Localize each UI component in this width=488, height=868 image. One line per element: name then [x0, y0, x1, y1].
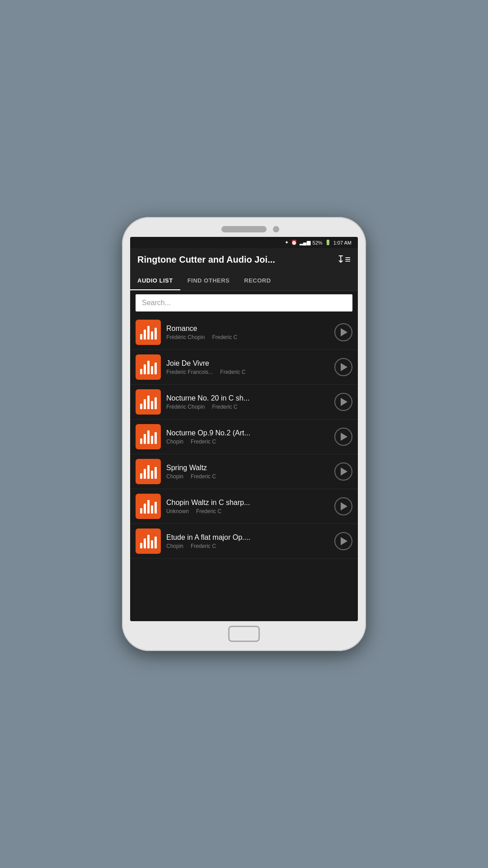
status-icons: ✦ ⏰ ▂▄▆ 52% 🔋 1:07 AM: [285, 240, 352, 245]
play-button[interactable]: [334, 428, 352, 446]
audio-artist: Frederic Francois...: [166, 369, 213, 375]
list-item[interactable]: Nocturne Op.9 No.2 (Art... Chopin Freder…: [130, 420, 358, 454]
audio-folder: Frederic C: [191, 473, 216, 480]
audio-thumbnail: [136, 354, 161, 380]
waveform-icon: [140, 464, 157, 479]
play-icon: [341, 363, 347, 371]
audio-folder: Frederic C: [220, 369, 245, 375]
phone-speaker: [221, 226, 267, 232]
audio-meta: Frédéric Chopin Frederic C: [166, 404, 331, 410]
waveform-icon: [140, 429, 157, 444]
play-icon: [341, 467, 347, 476]
audio-thumbnail: [136, 389, 161, 415]
waveform-icon: [140, 499, 157, 514]
audio-info: Etude in A flat major Op.... Chopin Fred…: [166, 533, 331, 549]
play-button[interactable]: [334, 393, 352, 411]
audio-info: Spring Waltz Chopin Frederic C: [166, 464, 331, 480]
tab-bar: AUDIO LIST FIND OTHERS RECORD: [130, 271, 358, 291]
audio-title: Etude in A flat major Op....: [166, 533, 331, 542]
time-display: 1:07 AM: [333, 240, 352, 245]
audio-meta: Chopin Frederic C: [166, 473, 331, 480]
bluetooth-icon: ✦: [285, 240, 289, 245]
audio-meta: Chopin Frederic C: [166, 439, 331, 445]
audio-artist: Frédéric Chopin: [166, 404, 205, 410]
audio-info: Nocturne Op.9 No.2 (Art... Chopin Freder…: [166, 429, 331, 445]
audio-artist: Chopin: [166, 439, 183, 445]
alarm-icon: ⏰: [291, 240, 297, 245]
status-bar: ✦ ⏰ ▂▄▆ 52% 🔋 1:07 AM: [130, 237, 358, 248]
audio-title: Chopin Waltz in C sharp...: [166, 499, 331, 507]
play-icon: [341, 398, 347, 406]
list-item[interactable]: Joie De Vivre Frederic Francois... Frede…: [130, 350, 358, 385]
home-button[interactable]: [228, 626, 260, 642]
audio-folder: Frederic C: [212, 334, 237, 340]
play-button[interactable]: [334, 532, 352, 550]
audio-folder: Frederic C: [191, 439, 216, 445]
phone-screen: ✦ ⏰ ▂▄▆ 52% 🔋 1:07 AM Ringtone Cutter an…: [130, 237, 358, 621]
tab-find-others[interactable]: FIND OTHERS: [180, 271, 237, 290]
play-button[interactable]: [334, 323, 352, 341]
play-button[interactable]: [334, 358, 352, 376]
battery-text: 52%: [313, 240, 323, 245]
audio-artist: Frédéric Chopin: [166, 334, 205, 340]
tab-audio-list[interactable]: AUDIO LIST: [130, 271, 180, 290]
audio-title: Joie De Vivre: [166, 359, 331, 368]
audio-thumbnail: [136, 424, 161, 449]
audio-meta: Frederic Francois... Frederic C: [166, 369, 331, 375]
audio-info: Nocturne No. 20 in C sh... Frédéric Chop…: [166, 394, 331, 410]
audio-artist: Chopin: [166, 543, 183, 549]
audio-folder: Frederic C: [212, 404, 237, 410]
audio-title: Spring Waltz: [166, 464, 331, 472]
app-title: Ringtone Cutter and Audio Joi...: [137, 255, 331, 265]
audio-info: Chopin Waltz in C sharp... Unknown Frede…: [166, 499, 331, 514]
play-icon: [341, 537, 347, 545]
audio-title: Nocturne Op.9 No.2 (Art...: [166, 429, 331, 437]
audio-thumbnail: [136, 320, 161, 345]
audio-meta: Chopin Frederic C: [166, 543, 331, 549]
waveform-icon: [140, 325, 157, 340]
list-item[interactable]: Nocturne No. 20 in C sh... Frédéric Chop…: [130, 385, 358, 420]
play-button[interactable]: [334, 462, 352, 481]
waveform-icon: [140, 360, 157, 374]
audio-meta: Unknown Frederic C: [166, 508, 331, 514]
play-icon: [341, 328, 347, 336]
audio-meta: Frédéric Chopin Frederic C: [166, 334, 331, 340]
list-item[interactable]: Chopin Waltz in C sharp... Unknown Frede…: [130, 489, 358, 524]
audio-title: Romance: [166, 325, 331, 333]
audio-folder: Frederic C: [196, 508, 221, 514]
waveform-icon: [140, 534, 157, 548]
audio-artist: Unknown: [166, 508, 189, 514]
audio-folder: Frederic C: [191, 543, 216, 549]
list-item[interactable]: Spring Waltz Chopin Frederic C: [130, 454, 358, 489]
sort-icon[interactable]: ↧≡: [337, 254, 351, 265]
audio-thumbnail: [136, 494, 161, 519]
search-input[interactable]: [136, 294, 352, 311]
phone-bottom: [228, 626, 260, 642]
waveform-icon: [140, 395, 157, 409]
app-header: Ringtone Cutter and Audio Joi... ↧≡: [130, 248, 358, 271]
phone-device: ✦ ⏰ ▂▄▆ 52% 🔋 1:07 AM Ringtone Cutter an…: [122, 217, 366, 651]
battery-icon: 🔋: [325, 240, 331, 245]
audio-thumbnail: [136, 528, 161, 554]
play-button[interactable]: [334, 497, 352, 515]
list-item[interactable]: Romance Frédéric Chopin Frederic C: [130, 315, 358, 350]
audio-list: Romance Frédéric Chopin Frederic C: [130, 315, 358, 621]
play-icon: [341, 502, 347, 510]
audio-title: Nocturne No. 20 in C sh...: [166, 394, 331, 402]
signal-icon: ▂▄▆: [300, 240, 310, 245]
tab-record[interactable]: RECORD: [237, 271, 278, 290]
list-item[interactable]: Etude in A flat major Op.... Chopin Fred…: [130, 524, 358, 559]
audio-thumbnail: [136, 459, 161, 484]
audio-info: Romance Frédéric Chopin Frederic C: [166, 325, 331, 340]
audio-info: Joie De Vivre Frederic Francois... Frede…: [166, 359, 331, 375]
search-bar-container: [130, 291, 358, 315]
play-icon: [341, 433, 347, 441]
audio-artist: Chopin: [166, 473, 183, 480]
